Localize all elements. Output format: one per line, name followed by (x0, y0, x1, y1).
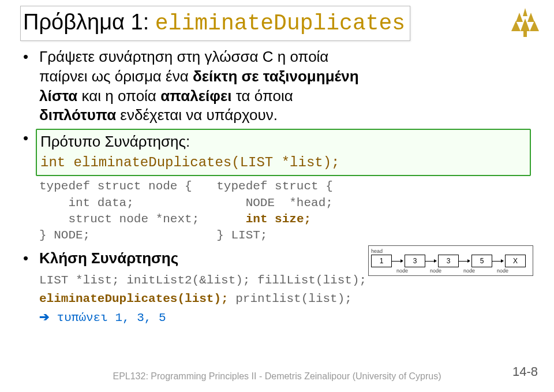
logo-icon (508, 5, 542, 42)
arrow-icon (459, 255, 471, 267)
title-text-prefix: Πρόβλημα 1: (23, 10, 155, 34)
page-number: 14-8 (512, 364, 538, 379)
call-area: Κλήση Συνάρτησης head 1 3 3 5 X (23, 249, 531, 327)
node-value: 3 (438, 255, 459, 267)
node-value: 5 (471, 255, 492, 267)
slide: Πρόβλημα 1: eliminateDuplicates Γράψετε … (0, 0, 554, 392)
title-code: eliminateDuplicates (155, 11, 405, 36)
node-label: node (497, 268, 530, 274)
call-line-2: printlist(list); (229, 292, 352, 305)
code-line: typedef struct { (216, 180, 333, 193)
node-value: 1 (371, 255, 392, 267)
call-line-1: LIST *list; initList2(&list); fillList(l… (39, 274, 366, 287)
diagram-head-label: head (371, 248, 396, 254)
arrow-icon (492, 255, 505, 267)
bullet-description: Γράψετε συνάρτηση στη γλώσσα C η οποία π… (23, 47, 531, 125)
title-bar: Πρόβλημα 1: eliminateDuplicates (20, 6, 534, 41)
struct-definitions: typedef struct node { int data; struct n… (23, 178, 531, 244)
node-value: 3 (405, 255, 425, 267)
node-label: node (463, 268, 497, 274)
text: Γράψετε συνάρτηση στη γλώσσα C η οποία (39, 48, 328, 65)
result-arrow-icon: ➔ (39, 310, 50, 323)
text: παίρνει ως όρισμα ένα (39, 68, 193, 85)
text-bold: απαλείφει (160, 87, 231, 104)
prototype-code: int eliminateDuplicates(LIST *list); (40, 155, 339, 170)
bullet-prototype: Πρότυπο Συνάρτησης: int eliminateDuplica… (23, 129, 531, 176)
slide-title: Πρόβλημα 1: eliminateDuplicates (20, 6, 410, 41)
prototype-box: Πρότυπο Συνάρτησης: int eliminateDuplica… (36, 129, 531, 176)
content: Γράψετε συνάρτηση στη γλώσσα C η οποία π… (23, 47, 531, 327)
arrow-icon (425, 255, 438, 267)
text: ενδέχεται να υπάρχουν. (116, 106, 278, 124)
text-bold: δείκτη σε ταξινομημένη (193, 68, 359, 85)
call-header: Κλήση Συνάρτησης (39, 249, 178, 267)
linked-list-diagram: head 1 3 3 5 X node node node (368, 245, 533, 276)
text-bold: διπλότυπα (39, 106, 116, 124)
arrow-icon (392, 255, 405, 267)
diagram-nodes: 1 3 3 5 X (371, 255, 530, 267)
text: τα όποια (231, 87, 293, 104)
struct-node: typedef struct node { int data; struct n… (39, 178, 199, 244)
code-line-emph: int size; (246, 212, 311, 226)
node-null: X (505, 255, 526, 267)
result-text: τυπώνει 1, 3, 5 (50, 311, 166, 324)
code-line (216, 212, 245, 226)
diagram-node-labels: node node node node (371, 268, 530, 274)
footer-text: EPL132: Programming Principles II - Deme… (0, 371, 554, 382)
bullet-list: Γράψετε συνάρτηση στη γλώσσα C η οποία π… (23, 47, 531, 176)
svg-rect-0 (523, 30, 527, 37)
text-bold: λίστα (39, 87, 77, 104)
struct-list: typedef struct { NODE *head; int size; }… (216, 178, 333, 244)
node-label: node (396, 268, 430, 274)
call-code: LIST *list; initList2(&list); fillList(l… (23, 271, 531, 327)
node-label: node (430, 268, 463, 274)
prototype-header: Πρότυπο Συνάρτησης: (40, 133, 190, 150)
text: και η οποία (77, 87, 160, 104)
code-line: NODE *head; (216, 196, 333, 210)
code-line: } LIST; (216, 229, 267, 242)
call-line-2-emph: eliminateDuplicates(list); (39, 292, 229, 305)
